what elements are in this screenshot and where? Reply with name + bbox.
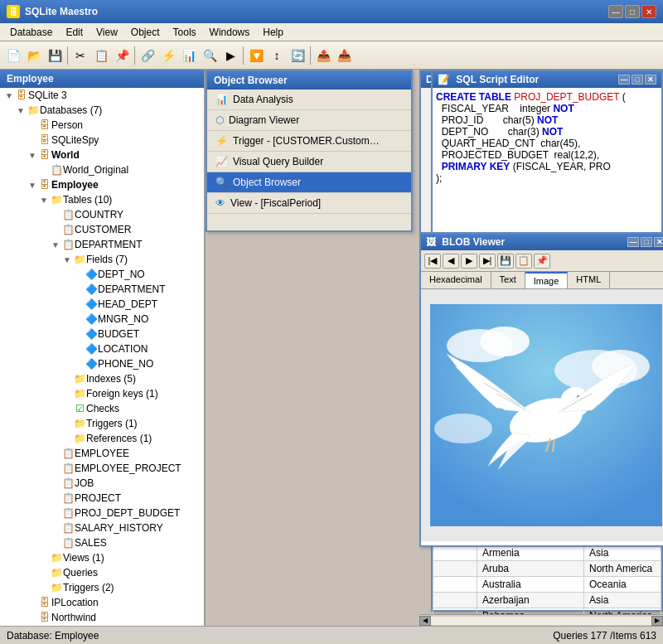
tree-item-world[interactable]: ▼🗄World (0, 148, 204, 162)
blob-save[interactable]: 💾 (497, 254, 514, 269)
scroll-track[interactable] (431, 617, 651, 625)
tree-item-proj_dept_budget[interactable]: 📋PROJ_DEPT_BUDGET (0, 506, 204, 521)
toolbar-paste[interactable]: 📌 (112, 46, 132, 65)
tool-item-5[interactable]: 👁 View - [FiscalPeriod] (207, 193, 411, 214)
toolbar-copy[interactable]: 📋 (91, 46, 111, 65)
toolbar-filter[interactable]: 🔽 (246, 46, 266, 65)
blob-paste[interactable]: 📌 (534, 254, 550, 269)
toolbar-table[interactable]: 📊 (179, 46, 199, 65)
toolbar-save[interactable]: 💾 (45, 46, 65, 65)
toolbar-connect[interactable]: 🔗 (138, 46, 157, 65)
tree-item-tables[interactable]: ▼📁Tables (10) (0, 192, 204, 207)
table-row[interactable]: ArmeniaAsia (433, 545, 661, 561)
menu-windows[interactable]: Windows (203, 25, 257, 40)
table-row[interactable]: ArubaNorth America (433, 561, 661, 577)
minimize-button[interactable]: — (608, 5, 623, 18)
blob-next[interactable]: ▶| (479, 254, 496, 269)
tool-item-3[interactable]: 📈 Visual Query Builder (207, 152, 411, 172)
blob-play[interactable]: ▶ (461, 254, 477, 269)
tree-item-department[interactable]: ▼📋DEPARTMENT (0, 237, 204, 252)
main-layout: Employee ▼🗄SQLite 3▼📁Databases (7)🗄Perso… (0, 70, 663, 626)
tool-item-1[interactable]: ⬡ Diagram Viewer (207, 110, 411, 131)
table-row[interactable]: AustraliaOceania (433, 577, 661, 593)
toolbar-import[interactable]: 📥 (334, 46, 354, 65)
tree-item-head_dept[interactable]: 🔷HEAD_DEPT (0, 297, 204, 312)
tree-item-person[interactable]: 🗄Person (0, 118, 204, 133)
close-button[interactable]: ✕ (641, 5, 656, 18)
tree-item-customer[interactable]: 📋CUSTOMER (0, 222, 204, 237)
blob-tab-html[interactable]: HTML (568, 272, 610, 288)
scroll-left[interactable]: ◀ (419, 616, 431, 626)
tree-item-indexes[interactable]: 📁Indexes (5) (0, 371, 204, 386)
blob-viewer-min[interactable]: — (627, 237, 639, 247)
tool-item-4[interactable]: 🔍 Object Browser (207, 172, 411, 193)
tree-item-employee[interactable]: ▼🗄Employee (0, 177, 204, 192)
tree-item-databases[interactable]: ▼📁Databases (7) (0, 103, 204, 118)
tree-item-checks[interactable]: ☑Checks (0, 401, 204, 416)
tree-item-fields[interactable]: ▼📁Fields (7) (0, 252, 204, 267)
tool-item-2[interactable]: ⚡ Trigger - [CUSTOMER.CustomerToEm... (207, 131, 411, 152)
blob-tab-image[interactable]: Image (525, 272, 569, 288)
menu-edit[interactable]: Edit (59, 25, 90, 40)
bottom-scrollbar[interactable]: ◀ ▶ (419, 614, 663, 626)
toolbar-new[interactable]: 📄 (3, 46, 23, 65)
tree-item-sales[interactable]: 📋SALES (0, 535, 204, 550)
blob-tab-hex[interactable]: Hexadecimal (421, 272, 491, 288)
sql-editor-max[interactable]: □ (632, 75, 643, 85)
toolbar-export[interactable]: 📤 (313, 46, 333, 65)
tree-item-queries[interactable]: 📁Queries (0, 565, 204, 580)
blob-viewer-max[interactable]: □ (641, 237, 652, 247)
toolbar-sort[interactable]: ↕ (267, 46, 287, 65)
tree-item-department_f[interactable]: 🔷DEPARTMENT (0, 282, 204, 297)
scroll-right[interactable]: ▶ (651, 616, 663, 626)
tree-item-references[interactable]: 📁References (1) (0, 431, 204, 446)
toolbar-refresh[interactable]: 🔄 (288, 46, 307, 65)
menu-tools[interactable]: Tools (167, 25, 203, 40)
tree-item-mngr_no[interactable]: 🔷MNGR_NO (0, 312, 204, 327)
blob-tab-text[interactable]: Text (491, 272, 525, 288)
menu-view[interactable]: View (90, 25, 124, 40)
table-row[interactable]: AzerbaijanAsia (433, 593, 661, 608)
tree-item-employee_t[interactable]: 📋EMPLOYEE (0, 446, 204, 461)
menu-database[interactable]: Database (3, 25, 59, 40)
tree-label-project: PROJECT (75, 492, 121, 504)
maximize-button[interactable]: □ (625, 5, 640, 18)
menu-object[interactable]: Object (124, 25, 167, 40)
tree-item-project[interactable]: 📋PROJECT (0, 491, 204, 506)
sql-editor-content[interactable]: CREATE TABLE PROJ_DEPT_BUDGET ( FISCAL_Y… (433, 88, 661, 250)
tree-item-dept_no[interactable]: 🔷DEPT_NO (0, 267, 204, 282)
blob-viewer-close[interactable]: ✕ (654, 237, 663, 247)
sql-editor-min[interactable]: — (618, 75, 630, 85)
menu-help[interactable]: Help (256, 25, 290, 40)
toolbar-disconnect[interactable]: ⚡ (158, 46, 178, 65)
tree-item-job[interactable]: 📋JOB (0, 476, 204, 491)
blob-first[interactable]: |◀ (424, 254, 441, 269)
blob-prev[interactable]: ◀ (443, 254, 459, 269)
blob-copy[interactable]: 📋 (515, 254, 532, 269)
tree-item-world_original[interactable]: 📋World_Original (0, 162, 204, 177)
tree-item-location[interactable]: 🔷LOCATION (0, 341, 204, 356)
table-row[interactable]: BahamasNorth America (433, 608, 661, 615)
tree-item-salary_history[interactable]: 📋SALARY_HISTORY (0, 521, 204, 535)
tree-item-sqlite3[interactable]: ▼🗄SQLite 3 (0, 88, 204, 103)
sql-editor-close[interactable]: ✕ (645, 75, 656, 85)
toolbar-open[interactable]: 📂 (24, 46, 44, 65)
tree-item-views[interactable]: 📁Views (1) (0, 550, 204, 565)
tree-item-phone_no[interactable]: 🔷PHONE_NO (0, 356, 204, 371)
toolbar-run[interactable]: ▶ (220, 46, 240, 65)
tree-item-triggers_dept[interactable]: 📁Triggers (1) (0, 416, 204, 431)
toolbar-query[interactable]: 🔍 (200, 46, 220, 65)
sql-line-8: ); (436, 172, 658, 184)
tree-item-triggers_emp[interactable]: 📁Triggers (2) (0, 580, 204, 595)
tree-item-northwind[interactable]: 🗄Northwind (0, 610, 204, 625)
tool-item-0[interactable]: 📊 Data Analysis (207, 90, 411, 110)
toolbar-cut[interactable]: ✂ (70, 46, 90, 65)
tree-view[interactable]: ▼🗄SQLite 3▼📁Databases (7)🗄Person🗄SQLiteS… (0, 88, 204, 626)
tree-item-iplocation[interactable]: 🗄IPLocation (0, 595, 204, 610)
tree-item-budget[interactable]: 🔷BUDGET (0, 327, 204, 341)
tree-item-sqlitespy[interactable]: 🗄SQLiteSpy (0, 133, 204, 148)
tree-item-foreign_keys[interactable]: 📁Foreign keys (1) (0, 386, 204, 401)
cell-continent: Asia (584, 593, 661, 608)
tree-item-employee_project[interactable]: 📋EMPLOYEE_PROJECT (0, 461, 204, 476)
tree-item-country[interactable]: 📋COUNTRY (0, 207, 204, 222)
